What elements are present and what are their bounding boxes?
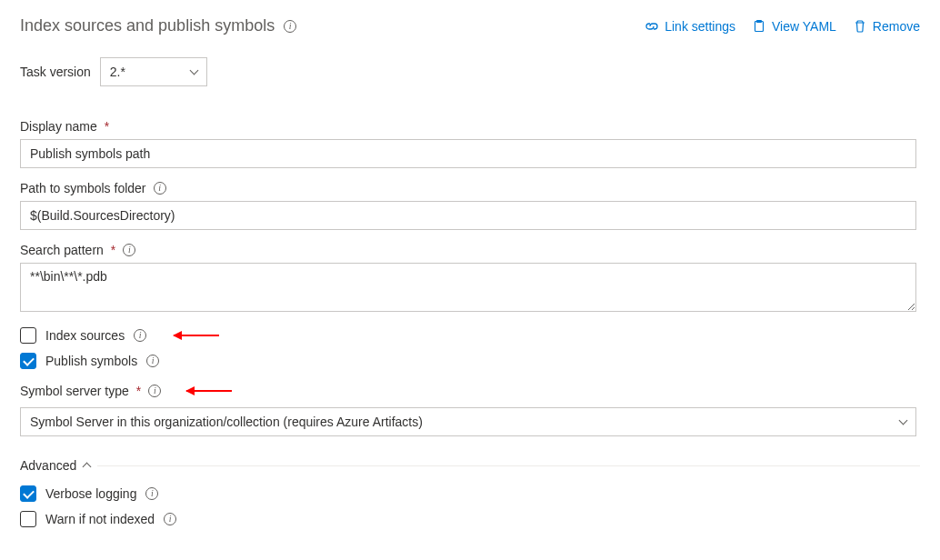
warn-if-not-indexed-checkbox[interactable] xyxy=(20,511,36,527)
symbol-server-type-label: Symbol server type * i xyxy=(20,384,920,398)
svg-rect-0 xyxy=(755,21,764,31)
info-icon[interactable]: i xyxy=(145,487,158,500)
trash-icon xyxy=(853,19,867,34)
publish-symbols-checkbox[interactable] xyxy=(20,353,36,369)
verbose-logging-checkbox[interactable] xyxy=(20,485,36,502)
info-icon[interactable]: i xyxy=(123,244,135,256)
warn-if-not-indexed-label: Warn if not indexed xyxy=(45,512,155,526)
task-version-label: Task version xyxy=(20,65,91,79)
path-symbols-input[interactable] xyxy=(20,201,916,230)
chevron-down-icon xyxy=(189,66,198,75)
path-symbols-label: Path to symbols folder i xyxy=(20,181,920,195)
header-actions: Link settings View YAML Remove xyxy=(645,19,920,34)
page-title: Index sources and publish symbols i xyxy=(20,16,296,35)
index-sources-label: Index sources xyxy=(45,328,125,343)
view-yaml-button[interactable]: View YAML xyxy=(752,19,836,34)
search-pattern-input[interactable] xyxy=(20,263,916,312)
search-pattern-label: Search pattern * i xyxy=(20,243,920,257)
link-icon xyxy=(645,19,659,34)
info-icon[interactable]: i xyxy=(164,513,176,525)
task-version-select[interactable]: 2.* xyxy=(100,57,207,86)
info-icon[interactable]: i xyxy=(148,385,161,397)
verbose-logging-label: Verbose logging xyxy=(45,486,136,501)
view-yaml-label: View YAML xyxy=(772,19,836,34)
info-icon[interactable]: i xyxy=(146,355,159,367)
display-name-label: Display name * xyxy=(20,119,920,134)
link-settings-label: Link settings xyxy=(665,19,735,34)
chevron-up-icon xyxy=(83,463,92,472)
info-icon[interactable]: i xyxy=(154,182,166,195)
publish-symbols-label: Publish symbols xyxy=(45,354,137,368)
index-sources-checkbox[interactable] xyxy=(20,327,36,344)
chevron-down-icon xyxy=(899,416,908,425)
clipboard-icon xyxy=(752,19,766,34)
advanced-section-toggle[interactable]: Advanced xyxy=(20,458,920,473)
remove-label: Remove xyxy=(873,19,920,34)
symbol-server-type-value: Symbol Server in this organization/colle… xyxy=(30,415,423,429)
divider xyxy=(97,465,920,466)
remove-button[interactable]: Remove xyxy=(853,19,920,34)
display-name-input[interactable] xyxy=(20,139,916,168)
info-icon[interactable]: i xyxy=(134,329,146,342)
annotation-arrow xyxy=(186,390,232,392)
advanced-title: Advanced xyxy=(20,458,76,473)
page-title-text: Index sources and publish symbols xyxy=(20,16,275,35)
task-version-value: 2.* xyxy=(110,65,125,79)
annotation-arrow xyxy=(174,335,219,336)
link-settings-button[interactable]: Link settings xyxy=(645,19,735,34)
symbol-server-type-select[interactable]: Symbol Server in this organization/colle… xyxy=(20,407,916,436)
info-icon[interactable]: i xyxy=(284,20,296,33)
